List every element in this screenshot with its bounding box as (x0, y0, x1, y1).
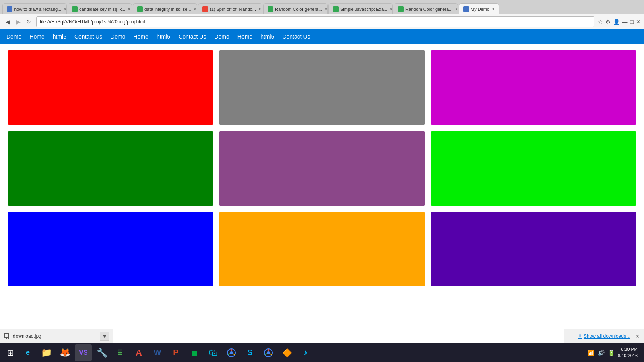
refresh-button[interactable]: ↻ (24, 17, 33, 26)
taskbar-autocad[interactable]: A (130, 344, 147, 361)
taskbar: ⊞ e 📁 🦊 VS 🔧 🖩 A W P ◼ 🛍 S 🔶 ♪ 📶 🔊 🔋 (0, 343, 644, 362)
nav-link-demo-2[interactable]: Demo (110, 33, 125, 40)
nav-bar: Demo Home html5 Contact Us Demo Home htm… (0, 29, 644, 44)
taskbar-ie[interactable]: e (19, 344, 36, 361)
color-box-red (8, 50, 213, 125)
tab-6-icon (333, 6, 339, 12)
tab-2[interactable]: candidate key in sql k... × (68, 3, 132, 14)
back-button[interactable]: ◀ (3, 17, 12, 26)
address-text: file:///E:/Sql/VNO/HTML/proj/1st%20proj/… (40, 19, 145, 25)
tab-1[interactable]: how to draw a rectang... × (2, 3, 67, 14)
svg-line-4 (228, 354, 230, 355)
clock-date: 8/10/2016 (618, 353, 638, 359)
nav-buttons: ◀ ▶ ↻ (3, 17, 33, 26)
profile-icon[interactable]: 👤 (613, 19, 620, 25)
taskbar-audio[interactable]: ♪ (297, 344, 314, 361)
nav-link-html5-1[interactable]: html5 (53, 33, 66, 40)
taskbar-calc[interactable]: 🖩 (112, 344, 129, 361)
taskbar-word[interactable]: W (149, 344, 166, 361)
tab-6-label: Simple Javascript Exa... (340, 7, 387, 12)
nav-link-html5-2[interactable]: html5 (157, 33, 170, 40)
download-options-button[interactable]: ▼ (100, 332, 109, 341)
taskbar-tray: 📶 🔊 🔋 6:30 PM 8/10/2016 (588, 346, 641, 359)
color-box-magenta (431, 50, 636, 125)
tab-8[interactable]: My Demo × (459, 3, 499, 14)
tab-4-close[interactable]: × (256, 6, 261, 12)
nav-link-contact-1[interactable]: Contact Us (74, 33, 102, 40)
color-box-blue (8, 212, 213, 286)
color-box-lime (431, 131, 636, 206)
taskbar-vlc[interactable]: 🔶 (279, 344, 295, 361)
taskbar-skype[interactable]: S (242, 344, 258, 361)
tab-1-label: how to draw a rectang... (14, 7, 61, 12)
tab-8-label: My Demo (471, 7, 489, 12)
taskbar-chrome[interactable] (223, 344, 240, 361)
taskbar-app-green[interactable]: ◼ (186, 344, 203, 361)
forward-button[interactable]: ▶ (14, 17, 23, 26)
tab-7[interactable]: Random Color genera... × (394, 3, 458, 14)
svg-point-6 (267, 351, 270, 354)
close-browser-icon[interactable]: ✕ (636, 19, 641, 25)
color-box-green (8, 131, 213, 206)
tab-4-label: (1) Spin-off of "Rando... (210, 7, 256, 12)
nav-link-demo-1[interactable]: Demo (6, 33, 21, 40)
download-bar: 🖼 download.jpg ▼ (0, 329, 113, 343)
nav-link-contact-2[interactable]: Contact Us (178, 33, 206, 40)
svg-point-1 (230, 351, 233, 354)
taskbar-folder[interactable]: 📁 (38, 344, 55, 361)
browser-chrome: how to draw a rectang... × candidate key… (0, 0, 644, 29)
taskbar-chrome2[interactable] (260, 344, 277, 361)
color-box-gray (219, 50, 424, 125)
tab-4[interactable]: (1) Spin-off of "Rando... × (198, 3, 262, 14)
tab-5[interactable]: Random Color genera... × (263, 3, 328, 14)
network-icon[interactable]: 📶 (588, 350, 594, 356)
address-bar[interactable]: file:///E:/Sql/VNO/HTML/proj/1st%20proj/… (36, 16, 594, 27)
taskbar-tool[interactable]: 🔧 (93, 344, 110, 361)
maximize-icon[interactable]: □ (630, 19, 634, 25)
taskbar-store[interactable]: 🛍 (204, 344, 221, 361)
nav-link-home-1[interactable]: Home (29, 33, 44, 40)
tab-1-close[interactable]: × (61, 6, 66, 12)
tab-3-close[interactable]: × (191, 6, 196, 12)
tab-1-icon (7, 6, 12, 12)
svg-line-3 (233, 354, 235, 355)
taskbar-vs[interactable]: VS (75, 344, 92, 361)
tab-2-label: candidate key in sql k... (79, 7, 125, 12)
show-all-downloads[interactable]: ⬇ Show all downloads... ✕ (564, 329, 644, 343)
color-box-purple (219, 131, 424, 206)
start-button[interactable]: ⊞ (3, 346, 18, 360)
nav-link-home-2[interactable]: Home (134, 33, 149, 40)
svg-line-9 (265, 354, 267, 355)
volume-icon[interactable]: 🔊 (598, 350, 605, 356)
nav-link-demo-3[interactable]: Demo (214, 33, 229, 40)
clock[interactable]: 6:30 PM 8/10/2016 (618, 346, 638, 359)
tab-7-close[interactable]: × (452, 6, 458, 12)
tab-2-close[interactable]: × (125, 6, 130, 12)
tab-3[interactable]: data integrity in sql se... × (133, 3, 197, 14)
svg-line-8 (270, 354, 272, 355)
clock-time: 6:30 PM (618, 346, 638, 352)
tab-5-close[interactable]: × (322, 6, 327, 12)
tab-3-icon (137, 6, 143, 12)
battery-icon[interactable]: 🔋 (608, 350, 615, 356)
bookmark-star-icon[interactable]: ☆ (598, 19, 603, 25)
address-icons: ☆ ⚙ 👤 — □ ✕ (598, 19, 641, 25)
address-bar-row: ◀ ▶ ↻ file:///E:/Sql/VNO/HTML/proj/1st%2… (0, 14, 644, 29)
taskbar-ppt[interactable]: P (167, 344, 184, 361)
close-downloads-icon[interactable]: ✕ (635, 333, 640, 339)
color-grid (0, 44, 644, 293)
tab-4-icon (202, 6, 208, 12)
tab-8-close[interactable]: × (489, 6, 495, 12)
show-downloads-label[interactable]: Show all downloads... (584, 333, 630, 339)
taskbar-firefox[interactable]: 🦊 (56, 344, 73, 361)
nav-link-home-3[interactable]: Home (237, 33, 252, 40)
tab-6[interactable]: Simple Javascript Exa... × (328, 3, 393, 14)
minimize-icon[interactable]: — (622, 19, 628, 25)
download-icon-small: ⬇ (578, 333, 582, 339)
nav-link-html5-3[interactable]: html5 (260, 33, 274, 40)
download-file-icon: 🖼 (3, 333, 10, 340)
tab-6-close[interactable]: × (387, 6, 392, 12)
tab-5-icon (268, 6, 273, 12)
settings-icon[interactable]: ⚙ (605, 19, 611, 25)
nav-link-contact-3[interactable]: Contact Us (282, 33, 310, 40)
